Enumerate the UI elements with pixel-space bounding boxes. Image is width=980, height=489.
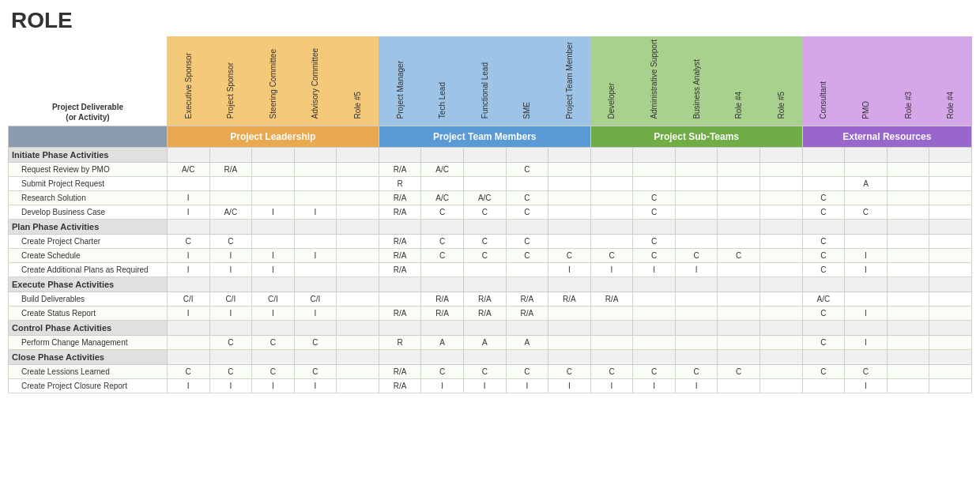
- activity-cell: [845, 162, 888, 176]
- activity-cell: [887, 190, 929, 205]
- activity-cell: [337, 364, 379, 378]
- activity-cell: A/C: [167, 162, 209, 176]
- phase-cell: [887, 219, 929, 234]
- activity-cell: C: [802, 248, 845, 262]
- activity-cell: I: [167, 378, 209, 393]
- phase-cell: [463, 276, 506, 292]
- phase-cell: [463, 320, 506, 335]
- phase-cell: [337, 349, 379, 364]
- phase-cell: [887, 349, 929, 364]
- activity-cell: [548, 335, 591, 349]
- activity-cell: R/A: [209, 162, 252, 176]
- activity-cell: [548, 162, 591, 176]
- phase-cell: [209, 276, 252, 292]
- band-leadership: Project Leadership: [167, 126, 379, 147]
- phase-cell: [252, 320, 295, 335]
- activity-cell: [675, 176, 718, 190]
- activity-cell: [675, 162, 718, 176]
- activity-cell: R/A: [379, 306, 421, 320]
- phase-cell: [506, 219, 548, 234]
- activity-cell: R: [379, 176, 421, 190]
- activity-label: Create Lessions Learned: [9, 364, 168, 378]
- activity-cell: I: [633, 262, 676, 276]
- activity-cell: [718, 306, 760, 320]
- phase-cell: [845, 276, 888, 292]
- activity-cell: [675, 234, 718, 248]
- activity-cell: [209, 176, 252, 190]
- activity-cell: I: [252, 262, 295, 276]
- phase-cell: [463, 349, 506, 364]
- phase-cell: [252, 219, 295, 234]
- activity-cell: C: [463, 234, 506, 248]
- activity-cell: [590, 190, 633, 205]
- col-header-project-sponsor: Project Sponsor: [209, 36, 252, 126]
- activity-label: Create Additional Plans as Required: [9, 262, 168, 276]
- phase-cell: [887, 320, 929, 335]
- activity-cell: [294, 162, 337, 176]
- activity-cell: [929, 262, 972, 276]
- activity-cell: [929, 292, 972, 306]
- activity-label: Create Project Charter: [9, 234, 168, 248]
- phase-cell: [802, 147, 845, 162]
- activity-cell: [718, 205, 760, 219]
- activity-cell: [845, 292, 888, 306]
- table-body: Initiate Phase ActivitiesRequest Review …: [9, 147, 972, 393]
- activity-cell: [718, 190, 760, 205]
- activity-cell: [337, 335, 379, 349]
- activity-cell: [887, 306, 929, 320]
- activity-cell: C: [633, 248, 676, 262]
- activity-label: Submit Project Request: [9, 176, 168, 190]
- activity-cell: R/A: [379, 205, 421, 219]
- activity-label: Research Solution: [9, 190, 168, 205]
- activity-cell: [675, 205, 718, 219]
- activity-cell: [294, 190, 337, 205]
- phase-cell: [887, 147, 929, 162]
- activity-cell: A/C: [209, 205, 252, 219]
- phase-cell: [294, 219, 337, 234]
- activity-cell: [760, 248, 803, 262]
- activity-cell: [337, 162, 379, 176]
- activity-cell: C: [845, 205, 888, 219]
- activity-cell: R/A: [379, 364, 421, 378]
- activity-cell: [760, 292, 803, 306]
- col-header-role3-e: Role #3: [887, 36, 929, 126]
- activity-cell: [209, 190, 252, 205]
- activity-cell: [590, 205, 633, 219]
- phase-cell: [252, 147, 295, 162]
- phase-cell: [506, 147, 548, 162]
- activity-cell: [379, 292, 421, 306]
- activity-cell: [929, 364, 972, 378]
- deliverable-band-label: [9, 126, 168, 147]
- phase-cell: [379, 276, 421, 292]
- activity-cell: [294, 234, 337, 248]
- phase-cell: [294, 320, 337, 335]
- phase-cell: [379, 349, 421, 364]
- activity-cell: C: [633, 205, 676, 219]
- activity-cell: [929, 378, 972, 393]
- activity-cell: [887, 205, 929, 219]
- activity-cell: [590, 176, 633, 190]
- band-row: Project Leadership Project Team Members …: [9, 126, 972, 147]
- activity-cell: [463, 262, 506, 276]
- activity-cell: [802, 162, 845, 176]
- activity-cell: [590, 335, 633, 349]
- activity-cell: [929, 335, 972, 349]
- activity-cell: R/A: [590, 292, 633, 306]
- activity-cell: [802, 176, 845, 190]
- activity-cell: [887, 162, 929, 176]
- activity-cell: C: [845, 364, 888, 378]
- phase-cell: [506, 349, 548, 364]
- activity-cell: C: [294, 335, 337, 349]
- activity-cell: R/A: [379, 190, 421, 205]
- activity-cell: [633, 176, 676, 190]
- col-header-role4-e: Role #4: [929, 36, 972, 126]
- activity-cell: I: [675, 378, 718, 393]
- activity-cell: [718, 162, 760, 176]
- phase-cell: [718, 147, 760, 162]
- activity-cell: [633, 162, 676, 176]
- activity-cell: [760, 262, 803, 276]
- activity-cell: [718, 262, 760, 276]
- activity-cell: A/C: [802, 292, 845, 306]
- activity-cell: [337, 248, 379, 262]
- phase-cell: [167, 219, 209, 234]
